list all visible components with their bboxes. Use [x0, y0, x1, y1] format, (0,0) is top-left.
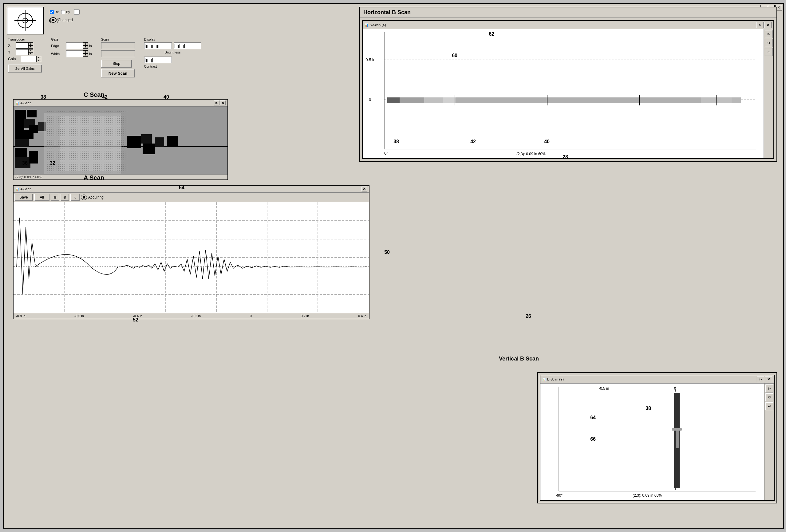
zoom-in-button[interactable]: ⊕: [51, 193, 59, 201]
y-label: Y: [8, 50, 15, 54]
v-bscan-export-button[interactable]: ⊳: [757, 376, 764, 382]
svg-rect-11: [141, 134, 152, 143]
h-bscan-tool-3[interactable]: ↩: [765, 48, 773, 56]
a-scan-title: A Scan: [84, 174, 104, 181]
svg-rect-47: [732, 97, 741, 103]
v-bscan-svg: -0.5 in 0 -90° (2,3): 0.09 in 60%: [540, 384, 764, 500]
gate-label: Gate: [51, 38, 92, 41]
h-bscan-inner: 📊 B-Scan (X) ⊳ ✕: [362, 20, 774, 159]
x-input[interactable]: 2: [16, 42, 28, 49]
transducer-label: Transducer: [8, 38, 42, 41]
scan-params: Scan Stop New Scan: [101, 38, 135, 77]
width-input[interactable]: 0.05: [66, 50, 83, 57]
h-bscan-tool-1[interactable]: ⊳: [765, 30, 773, 38]
svg-rect-12: [143, 143, 155, 154]
hbscan-annotation-38: 38: [393, 139, 399, 144]
edge-decrement[interactable]: ▼: [83, 45, 88, 49]
a-scan-panel-title: A-Scan: [20, 187, 31, 191]
width-decrement[interactable]: ▼: [83, 53, 88, 56]
cscan-annotation-32: 32: [50, 160, 55, 166]
acquiring-label: Acquiring: [88, 195, 103, 200]
svg-rect-17: [29, 151, 38, 163]
a-scan-close-button[interactable]: ✕: [362, 187, 367, 191]
svg-text:-0.5 in: -0.5 in: [364, 57, 375, 62]
width-unit: in: [89, 52, 92, 55]
c-scan-close-button[interactable]: ✕: [220, 100, 226, 106]
new-scan-button[interactable]: New Scan: [101, 69, 135, 77]
a-scan-save-button[interactable]: Save: [15, 193, 33, 201]
a-scan-annotation-52: 52: [133, 317, 138, 323]
width-increment[interactable]: ▲: [83, 50, 88, 53]
stop-button[interactable]: Stop: [101, 60, 132, 68]
svg-text:0°: 0°: [384, 151, 388, 156]
a-scan-all-button[interactable]: All: [34, 193, 49, 201]
c-scan-panel: 📊 A-Scan ⊳ ✕: [13, 99, 228, 180]
gain-label: Gain: [8, 57, 20, 61]
scan-input-1[interactable]: [101, 42, 135, 49]
vbscan-annotation-66: 66: [590, 436, 596, 442]
svg-rect-7: [15, 139, 29, 146]
x-decrement[interactable]: ▼: [28, 45, 33, 49]
hbscan-annotation-42: 42: [470, 139, 476, 144]
gain-decrement[interactable]: ▼: [36, 59, 41, 62]
by-checkbox[interactable]: [61, 10, 65, 14]
gain-input[interactable]: 50.0: [21, 56, 36, 62]
main-window: _ □ X Bx: [3, 3, 784, 529]
cscan-annotation-36: 36: [22, 160, 28, 166]
acquiring-indicator: Acquiring: [81, 194, 103, 200]
a-scan-panel: 📊 A-Scan ✕ Save All ⊕ ⊖ ∿ Ac: [13, 185, 369, 319]
a-scan-waveform-area: [14, 202, 369, 313]
svg-text:-0.5 in: -0.5 in: [599, 386, 609, 391]
zoom-out-button[interactable]: ⊖: [61, 193, 69, 201]
v-bscan-tool-1[interactable]: ⊳: [765, 385, 773, 392]
cscan-annotation-42: 42: [102, 94, 108, 100]
edge-increment[interactable]: ▲: [83, 42, 88, 45]
hbscan-annotation-28: 28: [562, 154, 568, 160]
v-bscan-close-button[interactable]: ✕: [765, 376, 772, 382]
c-scan-export-button[interactable]: ⊳: [214, 100, 219, 106]
y-input[interactable]: 3: [16, 49, 28, 55]
svg-rect-45: [443, 97, 455, 103]
x-label-4: 0: [250, 314, 252, 318]
brightness-label: Brightness: [144, 50, 201, 54]
h-bscan-content: -0.5 in 0 0°: [363, 29, 773, 158]
v-bscan-inner-icon: 📊: [542, 378, 546, 381]
gain-increment[interactable]: ▲: [36, 56, 41, 59]
x-increment[interactable]: ▲: [28, 42, 33, 45]
y-decrement[interactable]: ▼: [28, 52, 33, 55]
v-bscan-tool-2[interactable]: ↺: [765, 393, 773, 401]
vbscan-annotation-64: 64: [590, 415, 596, 420]
h-bscan-inner-title: B-Scan (X): [369, 23, 386, 27]
set-all-gains-button[interactable]: Set All Gains: [8, 65, 42, 72]
c-scan-status: (2,3): 0.09 in 60%: [14, 174, 228, 180]
svg-rect-42: [387, 97, 400, 103]
edge-unit: in: [89, 44, 92, 48]
h-bscan-close-button[interactable]: ✕: [764, 22, 771, 28]
v-bscan-title-label: Vertical B Scan: [402, 355, 636, 362]
v-bscan-scan-area: -0.5 in 0 -90° (2,3): 0.09 in 60%: [540, 384, 764, 500]
h-bscan-panel: Horizontal B Scan 📊 B-Scan (X) ⊳ ✕: [359, 7, 777, 162]
h-bscan-export-button[interactable]: ⊳: [756, 22, 764, 28]
v-bscan-inner-title: B-Scan (Y): [547, 377, 564, 381]
scan-input-2[interactable]: [101, 50, 135, 57]
contrast-label: Contrast: [144, 65, 201, 68]
svg-rect-43: [400, 97, 424, 103]
waveform-button[interactable]: ∿: [70, 193, 79, 201]
bx-checkbox[interactable]: [50, 10, 54, 14]
edge-input[interactable]: 0.06: [66, 42, 83, 49]
changed-label: Changed: [58, 18, 73, 22]
cscan-annotation-40: 40: [164, 94, 169, 100]
h-bscan-tool-2[interactable]: ↺: [765, 39, 773, 47]
width-label: Width: [51, 52, 65, 55]
edge-label: Edge: [51, 44, 65, 48]
y-increment[interactable]: ▲: [28, 49, 33, 52]
x-label-0: -0.8 in: [16, 314, 25, 318]
svg-rect-4: [15, 119, 24, 130]
svg-rect-20: [47, 111, 127, 173]
svg-rect-63: [672, 428, 682, 431]
svg-text:(2,3): 0.09 in 60%: (2,3): 0.09 in 60%: [516, 152, 546, 156]
a-scan-waveform-svg: [14, 202, 369, 313]
v-bscan-tool-3[interactable]: ↩: [765, 402, 773, 410]
extra-checkbox[interactable]: [72, 9, 81, 15]
v-bscan-panel: 📊 B-Scan (Y) ⊳ ✕: [537, 372, 777, 503]
